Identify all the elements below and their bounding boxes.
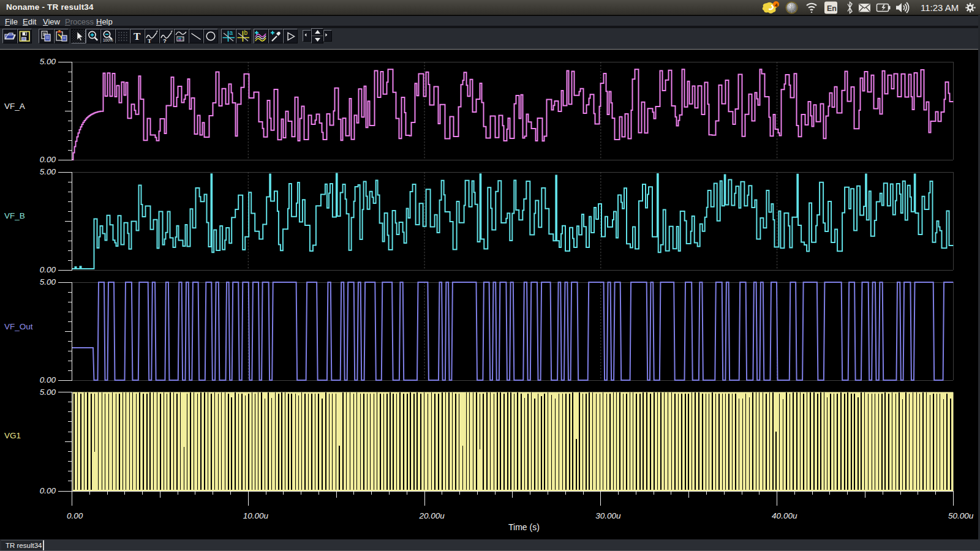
svg-text:?: ? [163, 37, 167, 43]
svg-text:4: 4 [775, 2, 778, 8]
svg-text:En: En [827, 4, 837, 13]
svg-text:T: T [134, 31, 141, 42]
svg-text:100%: 100% [103, 38, 113, 42]
svg-text:a: a [229, 29, 233, 36]
svg-text:T: T [148, 37, 151, 43]
svg-text:b: b [244, 29, 248, 36]
